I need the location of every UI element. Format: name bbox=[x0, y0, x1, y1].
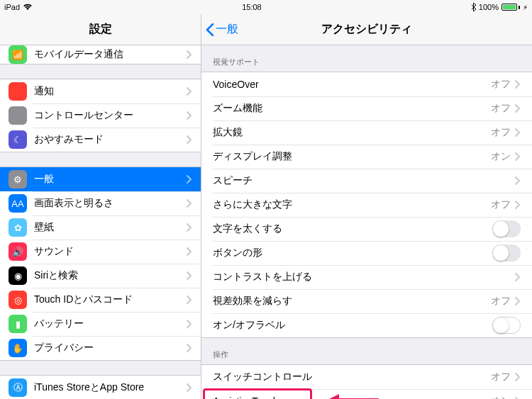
text-size-icon: AA bbox=[9, 194, 27, 213]
back-label: 一般 bbox=[216, 22, 238, 37]
battery-percent: 100% bbox=[479, 3, 499, 11]
settings-row-label: さらに大きな文字 bbox=[213, 198, 491, 211]
sidebar-item[interactable]: ⚙︎一般 bbox=[0, 167, 201, 191]
sidebar-item-label: Siriと検索 bbox=[34, 269, 187, 282]
settings-row-label: 文字を太くする bbox=[213, 223, 492, 235]
bluetooth-icon bbox=[471, 3, 476, 11]
section-header: 視覚サポート bbox=[201, 45, 532, 72]
chevron-right-icon bbox=[187, 111, 192, 120]
chevron-right-icon bbox=[187, 175, 192, 184]
detail-header: 一般 アクセシビリティ bbox=[201, 14, 532, 45]
sliders-icon bbox=[9, 106, 27, 125]
sidebar-item-label: iTunes StoreとApp Store bbox=[34, 381, 187, 394]
settings-row[interactable]: 拡大鏡オフ bbox=[201, 120, 532, 145]
settings-sidebar: 設定 📶モバイルデータ通信通知コントロールセンター☾おやすみモード⚙︎一般AA画… bbox=[0, 14, 201, 399]
settings-row[interactable]: オン/オフラベル bbox=[201, 313, 532, 337]
settings-row[interactable]: VoiceOverオフ bbox=[201, 72, 532, 96]
sidebar-item-label: サウンド bbox=[34, 245, 187, 258]
chevron-right-icon bbox=[187, 50, 192, 59]
antenna-icon: 📶 bbox=[9, 45, 27, 64]
chevron-right-icon bbox=[187, 383, 192, 392]
settings-row[interactable]: ディスプレイ調整オン bbox=[201, 145, 532, 169]
settings-row-label: スイッチコントロール bbox=[213, 371, 491, 383]
toggle-switch[interactable] bbox=[492, 245, 521, 262]
chevron-right-icon bbox=[515, 201, 521, 209]
settings-row[interactable]: ボタンの形 bbox=[201, 241, 532, 265]
clock: 15:08 bbox=[242, 3, 262, 11]
wifi-icon bbox=[23, 4, 33, 11]
battery-icon bbox=[501, 4, 520, 11]
chevron-right-icon bbox=[515, 176, 521, 185]
sidebar-item[interactable]: 📶モバイルデータ通信 bbox=[0, 45, 201, 64]
settings-row-value: オン bbox=[491, 395, 511, 399]
settings-row[interactable]: さらに大きな文字オフ bbox=[201, 193, 532, 217]
sidebar-item[interactable]: ◉Siriと検索 bbox=[0, 264, 201, 288]
sidebar-item[interactable]: AA画面表示と明るさ bbox=[0, 191, 201, 215]
status-bar: iPad 15:08 100% ⚡︎ bbox=[0, 0, 532, 14]
settings-row[interactable]: コントラストを上げる bbox=[201, 265, 532, 289]
settings-row-value: オン bbox=[491, 150, 511, 163]
settings-row-label: スピーチ bbox=[213, 174, 515, 187]
sidebar-item[interactable]: ▮バッテリー bbox=[0, 312, 201, 336]
sidebar-item[interactable]: ⒶiTunes StoreとApp Store bbox=[0, 376, 201, 399]
gear-icon: ⚙︎ bbox=[9, 170, 27, 189]
settings-row-value: オフ bbox=[491, 102, 511, 115]
chevron-right-icon bbox=[187, 271, 192, 280]
sidebar-item-label: 壁紙 bbox=[34, 221, 187, 234]
speaker-icon: 🔊 bbox=[9, 242, 27, 261]
detail-pane: 一般 アクセシビリティ 視覚サポートVoiceOverオフズーム機能オフ拡大鏡オ… bbox=[201, 14, 532, 399]
chevron-right-icon bbox=[515, 297, 521, 305]
settings-row[interactable]: 文字を太くする bbox=[201, 217, 532, 241]
settings-row-label: ズーム機能 bbox=[213, 102, 491, 115]
settings-row-label: ボタンの形 bbox=[213, 247, 492, 259]
battery-icon: ▮ bbox=[9, 315, 27, 333]
sidebar-item-label: 一般 bbox=[34, 173, 187, 186]
settings-row-label: 拡大鏡 bbox=[213, 126, 491, 139]
chevron-right-icon bbox=[515, 128, 521, 137]
chevron-right-icon bbox=[187, 296, 192, 304]
siri-icon: ◉ bbox=[9, 266, 27, 285]
sidebar-item-label: 画面表示と明るさ bbox=[34, 197, 187, 210]
chevron-right-icon bbox=[187, 320, 192, 328]
settings-row-label: オン/オフラベル bbox=[213, 319, 492, 332]
settings-row[interactable]: スピーチ bbox=[201, 169, 532, 193]
settings-row-label: AssistiveTouch bbox=[213, 395, 491, 399]
chevron-right-icon bbox=[515, 273, 521, 281]
settings-row-label: ディスプレイ調整 bbox=[213, 150, 491, 163]
sidebar-item-label: 通知 bbox=[34, 85, 187, 98]
settings-row[interactable]: ズーム機能オフ bbox=[201, 96, 532, 120]
sidebar-item[interactable]: コントロールセンター bbox=[0, 103, 201, 128]
moon-icon: ☾ bbox=[9, 130, 27, 149]
section-header: 操作 bbox=[201, 338, 532, 364]
sidebar-item[interactable]: ✿壁紙 bbox=[0, 215, 201, 240]
sidebar-item[interactable]: ◎Touch IDとパスコード bbox=[0, 288, 201, 312]
sidebar-item[interactable]: ✋プライバシー bbox=[0, 336, 201, 360]
settings-row-label: 視差効果を減らす bbox=[213, 295, 491, 308]
sidebar-item[interactable]: ☾おやすみモード bbox=[0, 128, 201, 152]
settings-row[interactable]: AssistiveTouchオン bbox=[201, 389, 532, 399]
settings-row-value: オフ bbox=[491, 198, 511, 211]
sidebar-item[interactable]: 通知 bbox=[0, 79, 201, 103]
chevron-right-icon bbox=[515, 152, 521, 161]
carrier-label: iPad bbox=[4, 3, 20, 11]
sidebar-item-label: おやすみモード bbox=[34, 133, 187, 146]
toggle-switch[interactable] bbox=[492, 220, 521, 237]
fingerprint-icon: ◎ bbox=[9, 291, 27, 309]
charging-icon: ⚡︎ bbox=[523, 4, 528, 11]
settings-row[interactable]: 視差効果を減らすオフ bbox=[201, 289, 532, 313]
sidebar-item[interactable]: 🔊サウンド bbox=[0, 240, 201, 264]
settings-row-value: オフ bbox=[491, 126, 511, 139]
sidebar-item-label: Touch IDとパスコード bbox=[34, 293, 187, 306]
appstore-icon: Ⓐ bbox=[9, 378, 27, 397]
sidebar-item-label: コントロールセンター bbox=[34, 109, 187, 122]
chevron-right-icon bbox=[515, 373, 521, 381]
detail-title: アクセシビリティ bbox=[201, 22, 532, 37]
settings-row-value: オフ bbox=[491, 371, 511, 383]
flower-icon: ✿ bbox=[9, 218, 27, 237]
back-button[interactable]: 一般 bbox=[201, 22, 238, 37]
settings-row[interactable]: スイッチコントロールオフ bbox=[201, 365, 532, 389]
bell-icon bbox=[9, 82, 27, 101]
toggle-switch[interactable] bbox=[492, 317, 521, 334]
settings-title: 設定 bbox=[0, 14, 201, 45]
settings-row-label: コントラストを上げる bbox=[213, 271, 515, 283]
